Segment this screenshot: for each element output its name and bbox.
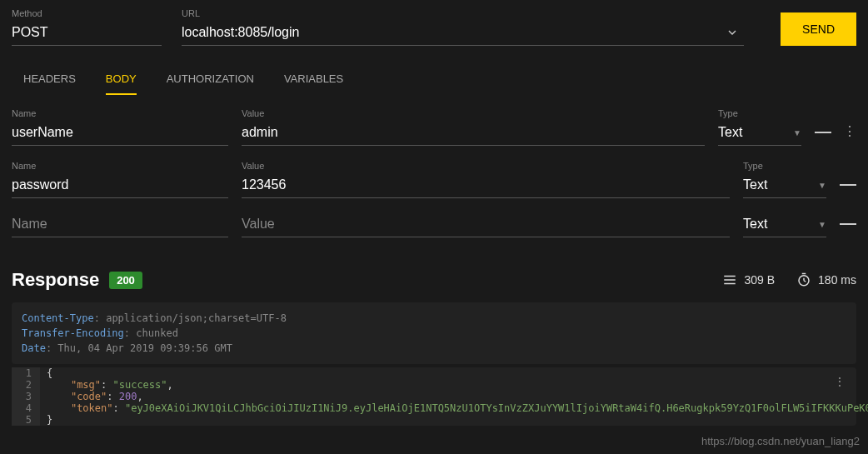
svg-line-5 xyxy=(804,281,806,282)
tab-headers[interactable]: HEADERS xyxy=(23,72,76,95)
response-menu-icon[interactable]: ⋮ xyxy=(835,376,845,387)
body-name-label: Name xyxy=(12,161,228,171)
body-name-input[interactable] xyxy=(12,122,228,146)
body-value-input[interactable] xyxy=(242,122,705,146)
url-input[interactable] xyxy=(182,22,744,46)
body-value-input-empty[interactable] xyxy=(242,213,730,237)
clock-icon xyxy=(796,272,811,287)
watermark: https://blog.csdn.net/yuan_liang2 xyxy=(701,435,860,447)
send-button[interactable]: SEND xyxy=(781,12,856,46)
remove-row-button[interactable]: — xyxy=(840,174,856,193)
remove-row-button[interactable]: — xyxy=(815,122,831,141)
body-type-select[interactable] xyxy=(743,213,826,237)
body-value-label: Value xyxy=(242,161,730,171)
tab-variables[interactable]: VARIABLES xyxy=(284,72,343,95)
method-input[interactable] xyxy=(12,22,162,46)
response-time: 180 ms xyxy=(818,273,856,287)
caret-down-icon[interactable]: ▼ xyxy=(818,220,826,229)
status-badge: 200 xyxy=(109,272,142,289)
caret-down-icon[interactable]: ▼ xyxy=(793,128,801,137)
chevron-down-icon[interactable] xyxy=(726,25,739,39)
response-headers-block: Content-Type: application/json;charset=U… xyxy=(12,302,856,364)
response-size: 309 B xyxy=(744,273,775,287)
response-title: Response xyxy=(12,269,99,291)
body-value-input[interactable] xyxy=(242,174,730,198)
body-type-label: Type xyxy=(743,161,826,171)
size-icon xyxy=(722,272,737,287)
response-body-block: ⋮ 1{ 2 "msg": "success", 3 "code": 200, … xyxy=(12,367,856,426)
body-name-input[interactable] xyxy=(12,174,228,198)
url-label: URL xyxy=(182,8,744,18)
body-type-select[interactable] xyxy=(743,174,826,198)
tab-body[interactable]: BODY xyxy=(106,72,137,95)
body-name-input-empty[interactable] xyxy=(12,213,228,237)
method-label: Method xyxy=(12,8,162,18)
remove-row-button[interactable]: — xyxy=(840,213,856,232)
tab-authorization[interactable]: AUTHORIZATION xyxy=(167,72,254,95)
caret-down-icon[interactable]: ▼ xyxy=(818,181,826,190)
body-value-label: Value xyxy=(242,108,705,118)
row-menu-icon[interactable]: ⋮ xyxy=(843,123,856,139)
body-type-select[interactable] xyxy=(718,122,801,146)
body-type-label: Type xyxy=(718,108,801,118)
body-name-label: Name xyxy=(12,108,228,118)
